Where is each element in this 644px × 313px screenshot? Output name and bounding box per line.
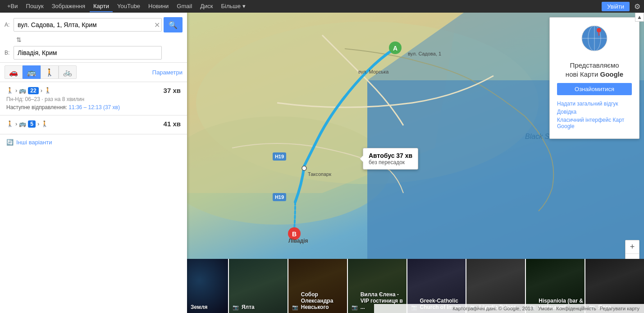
- bus-mode-button[interactable]: 🚌: [23, 65, 41, 79]
- swap-button[interactable]: ⇅: [14, 35, 24, 44]
- info-title: Представляємо нові Карти Google: [557, 61, 632, 78]
- nav-item-vy[interactable]: +Ви: [4, 1, 22, 12]
- route-schedule-1: Пн-Нд: 06–23 · раз на 8 хвилин: [6, 96, 181, 102]
- bottom-bar: Картографічні дані: © Google, 2013. Умов…: [374, 304, 644, 313]
- nav-items: +Ви Пошук Зображення Карти YouTube Новин…: [4, 1, 602, 12]
- feedback-link[interactable]: Надати загальний відгук: [557, 101, 632, 107]
- from-row: A: ✕ 🔍: [5, 17, 183, 32]
- info-links: Надати загальний відгук Довідка Класични…: [557, 101, 632, 129]
- to-label: B:: [5, 50, 14, 56]
- arrow-icon-1a: ›: [15, 87, 17, 94]
- to-input[interactable]: [14, 46, 162, 60]
- photo-label-earth: Земля: [191, 304, 208, 310]
- search-area: A: ✕ 🔍 ⇅ B:: [0, 13, 187, 62]
- from-input[interactable]: [14, 18, 162, 32]
- gear-icon[interactable]: ⚙: [634, 2, 640, 11]
- car-mode-button[interactable]: 🚗: [5, 65, 23, 79]
- walk-mode-button[interactable]: 🚶: [41, 65, 59, 79]
- to-row: B:: [5, 46, 183, 60]
- nav-item-maps[interactable]: Карти: [90, 1, 113, 12]
- nav-item-more[interactable]: Більше ▾: [218, 1, 249, 12]
- terms-link[interactable]: Умови: [538, 306, 553, 311]
- svg-point-23: [597, 28, 601, 32]
- tooltip-title: Автобус 37 хв: [369, 152, 412, 159]
- nav-right: Увійти ⚙: [602, 2, 640, 11]
- walk-icon-2b: 🚶: [41, 120, 48, 127]
- route-icons-1: 🚶 › 🚌 22 › 🚶: [6, 87, 51, 94]
- camera-icon-yalta1: 📷: [233, 304, 239, 310]
- nav-item-news[interactable]: Новини: [145, 1, 172, 12]
- from-label: A:: [5, 22, 14, 28]
- classic-link[interactable]: Класичний інтерфейс Карт Google: [557, 117, 632, 129]
- photo-label-yalta1: Ялта: [242, 304, 255, 310]
- other-options-label: Інші варіанти: [16, 139, 52, 146]
- scroll-top-button[interactable]: ▲: [635, 13, 644, 22]
- route-top-2: 🚶 › 🚌 5 › 🚶 41 хв: [6, 120, 181, 128]
- edit-map-link[interactable]: Редагувати карту: [600, 306, 639, 311]
- photo-label-sobor: Собор Олександра Невського: [301, 291, 347, 310]
- bus-number-1: 22: [28, 87, 38, 94]
- arrow-icon-1b: ›: [41, 87, 42, 94]
- left-panel: A: ✕ 🔍 ⇅ B: 🚗 🚌 🚶 🚲 Параметри: [0, 13, 187, 313]
- options-link[interactable]: Параметри: [152, 69, 183, 76]
- arrow-icon-2b: ›: [37, 120, 39, 127]
- route-option-2[interactable]: 🚶 › 🚌 5 › 🚶 41 хв: [0, 115, 187, 134]
- main-area: A: ✕ 🔍 ⇅ B: 🚗 🚌 🚶 🚲 Параметри: [0, 13, 644, 313]
- walk-icon-2a: 🚶: [6, 120, 14, 127]
- bus-icon-1: 🚌: [19, 87, 26, 94]
- search-button[interactable]: 🔍: [164, 17, 183, 32]
- nav-item-gmail[interactable]: Gmail: [173, 1, 196, 12]
- camera-icon-sobor: 📷: [292, 304, 298, 310]
- privacy-link[interactable]: Конфіденційність: [556, 306, 596, 311]
- tooltip-subtitle: без пересадок: [369, 159, 412, 166]
- globe-icon: [557, 25, 632, 57]
- walk-icon-1a: 🚶: [6, 87, 14, 94]
- nav-item-search[interactable]: Пошук: [23, 1, 47, 12]
- photo-item-yalta1[interactable]: 📷 Ялта: [229, 259, 288, 313]
- refresh-icon: 🔄: [6, 139, 14, 146]
- zoom-in-button[interactable]: +: [626, 240, 639, 254]
- route-duration-1: 37 хв: [164, 87, 181, 94]
- signin-button[interactable]: Увійти: [602, 2, 630, 11]
- nav-item-drive[interactable]: Диск: [196, 1, 216, 12]
- bike-mode-button[interactable]: 🚲: [59, 65, 77, 79]
- route-duration-2: 41 хв: [164, 120, 181, 128]
- other-options[interactable]: 🔄 Інші варіанти: [0, 134, 187, 150]
- arrow-icon-2a: ›: [15, 120, 17, 127]
- map-data-label: Картографічні дані: © Google, 2013.: [452, 306, 534, 311]
- help-link[interactable]: Довідка: [557, 109, 632, 115]
- photo-item-earth[interactable]: Земля: [187, 259, 229, 313]
- search-icon: 🔍: [169, 21, 178, 29]
- map-area[interactable]: A B Black Sea вул. Садова, 1 вул. Морськ…: [187, 13, 644, 313]
- transport-modes: 🚗 🚌 🚶 🚲 Параметри: [0, 62, 187, 82]
- nav-item-youtube[interactable]: YouTube: [114, 1, 144, 12]
- tooltip-bubble: Автобус 37 хв без пересадок: [363, 148, 418, 170]
- route-top-1: 🚶 › 🚌 22 › 🚶 37 хв: [6, 87, 181, 94]
- info-panel: Представляємо нові Карти Google Ознайоми…: [549, 17, 639, 139]
- clear-button[interactable]: ✕: [154, 21, 160, 29]
- route-next-1: Наступне відправлення: 11:36 – 12:13 (37…: [6, 104, 181, 110]
- bus-icon-2: 🚌: [19, 120, 26, 127]
- photo-item-sobor[interactable]: 📷 Собор Олександра Невського: [288, 259, 348, 313]
- camera-icon-villa: 📷: [352, 304, 358, 310]
- next-departure-link[interactable]: 11:36 – 12:13 (37 хв): [69, 104, 120, 110]
- route-icons-2: 🚶 › 🚌 5 › 🚶: [6, 120, 48, 128]
- route-option-1[interactable]: 🚶 › 🚌 22 › 🚶 37 хв Пн-Нд: 06–23 · раз на…: [0, 82, 187, 115]
- learn-button[interactable]: Ознайомитися: [557, 83, 632, 95]
- route-results: 🚶 › 🚌 22 › 🚶 37 хв Пн-Нд: 06–23 · раз на…: [0, 82, 187, 313]
- walk-icon-1b: 🚶: [44, 87, 51, 94]
- topbar: +Ви Пошук Зображення Карти YouTube Новин…: [0, 0, 644, 13]
- bus-number-2: 5: [28, 120, 36, 128]
- nav-item-images[interactable]: Зображення: [48, 1, 89, 12]
